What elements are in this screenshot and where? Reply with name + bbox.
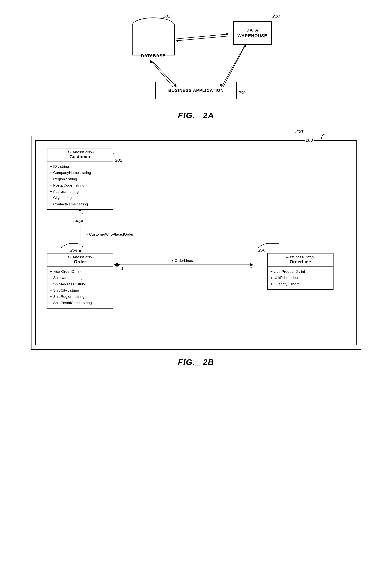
svg-marker-3	[176, 40, 178, 42]
business-application-label: BUSINESS APPLICATION	[168, 88, 224, 93]
orderline-attrs: + «id» ProductID : int + UnitPrice : dec…	[268, 266, 333, 289]
customer-class: «BusinessEntity» Customer + ID : string …	[47, 148, 113, 210]
customer-class-header: «BusinessEntity» Customer	[48, 148, 113, 161]
fig2a-section: 201 210 209 DATABASE DATAWAREHOUSE BUSIN…	[0, 0, 392, 128]
diagram-2b-wrapper: 210 200 «BusinessEntity» Customer	[31, 136, 361, 350]
customer-stereotype: «BusinessEntity»	[49, 150, 111, 154]
fig2b-caption: FIG._ 2B	[178, 358, 214, 367]
orderline-name: OrderLine	[270, 259, 331, 264]
svg-marker-1	[226, 33, 229, 36]
orderline-class: «BusinessEntity» OrderLine + «id» Produc…	[268, 253, 334, 290]
order-stereotype: «BusinessEntity»	[49, 255, 111, 259]
database-label: DATABASE	[132, 53, 175, 58]
business-application-box: BUSINESS APPLICATION	[155, 82, 237, 99]
diagram-2b: 200 «BusinessEntity» Customer + ID : str…	[31, 136, 361, 350]
order-name: Order	[49, 259, 111, 264]
svg-marker-11	[243, 45, 246, 47]
svg-marker-9	[150, 60, 153, 63]
data-warehouse-label: DATAWAREHOUSE	[238, 28, 267, 39]
ref-210: 210	[272, 14, 280, 19]
ref-200-curve	[306, 133, 345, 143]
orderline-class-header: «BusinessEntity» OrderLine	[268, 253, 333, 266]
diagram-2a: 201 210 209 DATABASE DATAWAREHOUSE BUSIN…	[109, 12, 284, 105]
svg-line-2	[176, 36, 229, 41]
customer-attrs: + ID : string + CompanyName : string + R…	[48, 161, 113, 209]
data-warehouse-box: DATAWAREHOUSE	[233, 22, 272, 45]
ref-204-curve	[61, 242, 84, 251]
fig2a-caption: FIG._ 2A	[178, 111, 214, 120]
svg-line-10	[223, 45, 246, 87]
order-attrs: + «id» OrderID : int + ShipName : string…	[48, 266, 113, 308]
fig2b-section: 210 200 «BusinessEntity» Customer	[0, 128, 392, 375]
svg-line-6	[221, 46, 245, 87]
ref-209: 209	[238, 90, 246, 95]
order-attr-list: + «id» OrderID : int + ShipName : string…	[50, 268, 110, 306]
orderline-attr-list: + «id» ProductID : int + UnitPrice : dec…	[270, 268, 330, 287]
customer-name: Customer	[49, 154, 111, 160]
ref-206-curve	[258, 242, 287, 251]
database-cylinder: DATABASE	[132, 18, 175, 60]
customer-attr-list: + ID : string + CompanyName : string + R…	[50, 163, 110, 207]
cylinder-body	[132, 25, 175, 56]
svg-line-0	[176, 34, 229, 39]
order-class-header: «BusinessEntity» Order	[48, 253, 113, 266]
order-class: «BusinessEntity» Order + «id» OrderID : …	[47, 253, 113, 309]
orderline-stereotype: «BusinessEntity»	[270, 255, 331, 259]
